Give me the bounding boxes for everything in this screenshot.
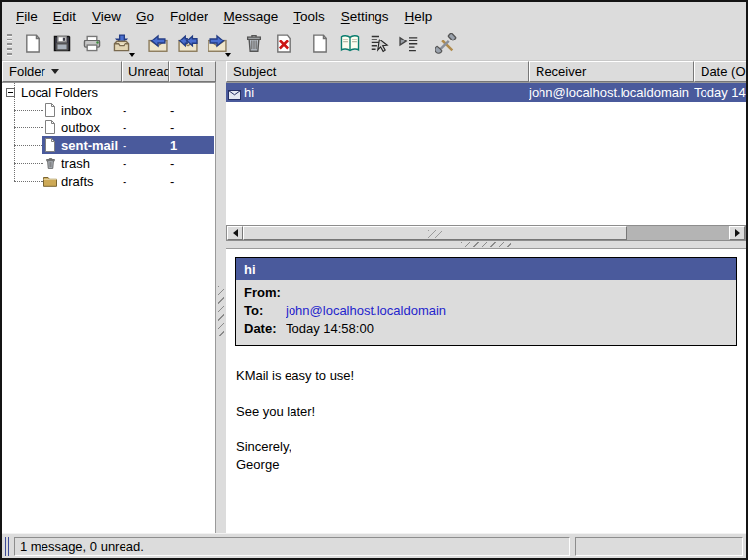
message-list-header: Subject Receiver Date (O [226,61,746,82]
splitter-grip [218,286,224,336]
new-message-icon [22,33,43,57]
menu-go[interactable]: Go [128,6,162,27]
splitter-grip [461,242,511,247]
delete-button[interactable] [269,32,298,59]
column-header-folder[interactable]: Folder [2,61,122,82]
apply-filters-icon [398,33,420,57]
sort-arrow-icon [51,69,59,74]
menu-view[interactable]: View [84,6,128,27]
message-list-hscrollbar[interactable] [226,225,746,241]
create-filter-icon [369,33,390,57]
date-value: Today 14:58:00 [286,320,374,338]
message-panel: Subject Receiver Date (O hi john@localho… [226,61,746,533]
move-to-trash-button[interactable] [239,32,269,59]
new-message-button[interactable] [18,32,47,59]
scroll-right-icon [735,229,740,237]
envelope-icon [228,88,241,98]
panel-splitter-horizontal[interactable] [226,241,746,248]
scroll-left-button[interactable] [227,226,243,240]
folder-row-drafts[interactable]: drafts - - [2,172,215,190]
message-viewer: hi From: To: john@localhost.localdomain … [226,248,746,533]
file-icon [43,120,57,134]
address-book-button[interactable] [335,32,365,59]
folder-row-sent-mail[interactable]: sent-mail - 1 [2,136,215,154]
message-body: KMail is easy to use! See you later! Sin… [226,346,746,514]
body-paragraph: Sincerely, George [236,439,736,474]
folder-list-header: Folder Unread Total [2,61,215,82]
message-header-box: hi From: To: john@localhost.localdomain … [235,257,737,346]
to-address-link[interactable]: john@localhost.localdomain [286,302,446,320]
statusbar: 1 message, 0 unread. [2,533,746,558]
date-label: Date: [244,320,286,338]
menu-file[interactable]: File [8,6,45,27]
menu-tools[interactable]: Tools [286,6,333,27]
statusbar-handle[interactable] [5,537,9,556]
column-header-receiver[interactable]: Receiver [529,61,694,82]
folder-icon [43,174,57,188]
scrollbar-track[interactable] [243,226,729,240]
configure-button[interactable] [431,32,460,59]
toolbar [2,30,746,61]
reply-icon [147,33,169,57]
kmail-window: File Edit View Go Folder Message Tools S… [0,0,748,560]
print-icon [81,33,103,57]
to-label: To: [244,302,286,320]
file-icon [43,138,57,152]
menubar: File Edit View Go Folder Message Tools S… [2,2,746,30]
scroll-right-button[interactable] [729,226,745,240]
print-button[interactable] [77,32,107,59]
address-book-icon [339,33,361,57]
status-right-panel [575,537,743,556]
folder-panel: Folder Unread Total Local Folders inbox … [2,61,216,533]
menu-message[interactable]: Message [215,6,286,27]
check-mail-button[interactable] [107,32,136,59]
forward-button[interactable] [203,32,232,59]
folder-row-local-folders[interactable]: Local Folders [2,83,215,101]
main-area: Folder Unread Total Local Folders inbox … [2,61,746,533]
column-header-unread[interactable]: Unread [122,61,169,82]
file-icon [43,103,57,117]
trash-icon [243,33,265,57]
toolbar-handle[interactable] [7,34,12,57]
new-window-button[interactable] [305,32,335,59]
message-header-fields: From: To: john@localhost.localdomain Dat… [236,280,736,345]
trash-icon [43,156,57,170]
check-mail-dropdown-caret [129,53,135,57]
new-window-icon [309,33,331,57]
body-paragraph: KMail is easy to use! [236,367,736,385]
column-header-subject[interactable]: Subject [226,61,529,82]
collapse-expander-icon[interactable] [6,88,15,97]
column-header-date[interactable]: Date (O [694,61,746,82]
column-header-total[interactable]: Total [169,61,216,82]
save-icon [51,33,73,57]
menu-folder[interactable]: Folder [162,6,215,27]
message-subject-title: hi [236,258,736,280]
panel-splitter-vertical[interactable] [216,61,226,533]
create-filter-button[interactable] [365,32,394,59]
forward-dropdown-caret [225,53,231,57]
configure-icon [435,33,457,57]
apply-filters-button[interactable] [394,32,424,59]
from-label: From: [244,284,286,302]
folder-row-inbox[interactable]: inbox - - [2,101,215,119]
message-row[interactable]: hi john@localhost.localdomain Today 14 [226,83,746,102]
scrollbar-thumb[interactable] [243,226,627,240]
body-paragraph: See you later! [236,403,736,421]
status-message-panel: 1 message, 0 unread. [14,537,570,556]
menu-edit[interactable]: Edit [45,6,84,27]
reply-all-button[interactable] [173,32,203,59]
message-list: hi john@localhost.localdomain Today 14 [226,82,746,225]
save-button[interactable] [47,32,77,59]
delete-icon [273,33,294,57]
reply-all-icon [177,33,199,57]
folder-tree: Local Folders inbox - - outbox - - [2,82,215,533]
menu-help[interactable]: Help [397,6,441,27]
folder-row-trash[interactable]: trash - - [2,154,215,172]
folder-row-outbox[interactable]: outbox - - [2,119,215,136]
scroll-left-icon [233,229,238,237]
reply-button[interactable] [143,32,173,59]
menu-settings[interactable]: Settings [333,6,397,27]
